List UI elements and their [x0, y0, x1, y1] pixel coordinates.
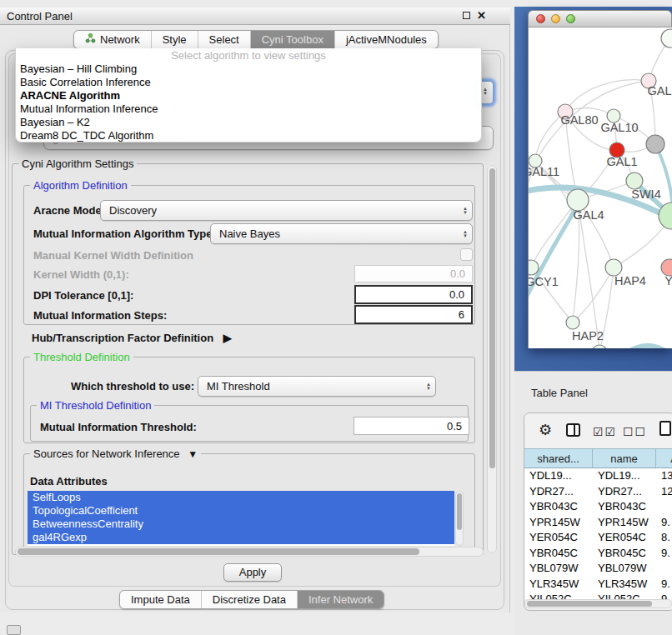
tab-cyni-toolbox[interactable]: Cyni Toolbox [250, 31, 334, 48]
tab-infer-network[interactable]: Infer Network [297, 591, 384, 608]
manual-kernel-checkbox[interactable] [460, 248, 473, 261]
settings-vertical-scrollbar[interactable] [487, 165, 497, 553]
kernel-width-field[interactable]: 0.0 [354, 265, 473, 282]
table-column-header[interactable]: shared... [524, 448, 593, 468]
aracne-mode-combo[interactable]: Discovery [100, 200, 473, 221]
table-cell: 9 [656, 592, 672, 599]
tab-discretize-data[interactable]: Discretize Data [201, 591, 297, 608]
collapsed-arrow-icon[interactable]: ▶ [223, 332, 232, 344]
table-row[interactable]: YBR045CYBR045C9. [524, 546, 672, 562]
mi-type-combo[interactable]: Naive Bayes [210, 223, 473, 244]
minimize-traffic-light[interactable] [551, 14, 560, 23]
select-all-icon[interactable]: ☑☑ [593, 425, 617, 438]
data-attribute-item[interactable]: TopologicalCoefficient [28, 504, 454, 518]
hub-section-label[interactable]: Hub/Transcription Factor Definition ▶ [32, 332, 232, 344]
table-column-header[interactable]: A [656, 448, 672, 468]
table-cell: YBR043C [593, 499, 656, 515]
table-cell: 9. [656, 577, 672, 592]
network-edge [624, 346, 672, 348]
algorithm-option-mutual-information-inference[interactable]: Mutual Information Inference [16, 102, 481, 116]
control-panel-title: Control Panel [7, 10, 73, 22]
algorithm-definition-title: Algorithm Definition [30, 179, 131, 192]
which-threshold-value: MI Threshold [207, 380, 270, 392]
tab-impute-data[interactable]: Impute Data [120, 591, 201, 608]
table-cell [656, 561, 672, 577]
file-icon[interactable] [659, 421, 671, 436]
network-node[interactable] [592, 345, 607, 348]
stepper-arrows-icon [463, 207, 472, 215]
table-rows: YDL19...YDL19...13YDR27...YDR27...12YBR0… [524, 468, 672, 599]
dpi-tolerance-field[interactable]: 0.0 [354, 285, 473, 304]
data-attribute-item[interactable]: BetweennessCentrality [28, 518, 454, 531]
table-cell: YBL079W [524, 561, 593, 577]
apply-button[interactable]: Apply [223, 563, 282, 582]
table-row[interactable]: YBL079WYBL079W [524, 561, 672, 577]
algorithm-option-bayesian-k2[interactable]: Bayesian – K2 [16, 116, 481, 129]
table-row[interactable]: YDL19...YDL19...13 [524, 468, 672, 484]
network-node-label: GAL4 [573, 208, 604, 222]
table-row[interactable]: YDR27...YDR27...12 [524, 484, 672, 500]
tab-label: Discretize Data [213, 591, 286, 608]
mi-type-value: Naive Bayes [219, 228, 280, 240]
mi-type-label: Mutual Information Algorithm Type: [33, 228, 216, 240]
data-attributes-list[interactable]: SelfLoopsTopologicalCoefficientBetweenne… [28, 491, 454, 546]
network-node-hap2[interactable] [566, 316, 579, 329]
network-window-titlebar[interactable] [528, 10, 672, 28]
deselect-all-icon[interactable]: ☐☐ [623, 425, 647, 438]
network-node-gcy1[interactable] [529, 260, 539, 275]
mi-threshold-value: 0.5 [447, 420, 462, 432]
gear-icon[interactable]: ⚙ [539, 421, 552, 439]
mi-steps-field[interactable]: 6 [354, 305, 473, 324]
hub-section-text: Hub/Transcription Factor Definition [32, 332, 213, 344]
network-node-label: HAP2 [572, 329, 604, 342]
columns-icon[interactable] [566, 423, 580, 437]
tab-jactivemnodules[interactable]: jActiveMNodules [334, 31, 438, 48]
data-attributes-label: Data Attributes [30, 475, 108, 488]
network-view-window[interactable]: GALGAL80GAL10GAL1GAL11SWI4GAL4HAP4YGCY1H… [528, 10, 672, 348]
network-canvas[interactable]: GALGAL80GAL10GAL1GAL11SWI4GAL4HAP4YGCY1H… [528, 28, 672, 348]
table-horizontal-scrollbar-thumb[interactable] [527, 601, 652, 607]
table-row[interactable]: YIL052CYIL052C9 [524, 592, 672, 599]
data-attribute-item[interactable]: SelfLoops [28, 491, 454, 504]
network-node-label: GAL1 [606, 155, 637, 168]
table-column-header[interactable]: name [593, 448, 656, 468]
settings-vertical-scrollbar-thumb[interactable] [489, 168, 495, 468]
tab-style[interactable]: Style [151, 31, 198, 48]
network-node-y[interactable] [661, 259, 672, 276]
algorithm-option-dream8-dc-tdc-algorithm[interactable]: Dream8 DC_TDC Algorithm [16, 129, 481, 142]
sources-horizontal-scrollbar[interactable] [15, 547, 484, 557]
screen: { "colors": { "desktop_blue": "#3E66A8",… [0, 0, 672, 635]
network-node[interactable] [646, 135, 664, 153]
close-panel-icon[interactable]: ✕ [477, 9, 486, 22]
mi-threshold-field[interactable]: 0.5 [354, 417, 469, 435]
tab-network[interactable]: Network [74, 31, 151, 48]
zoom-traffic-light[interactable] [566, 14, 575, 23]
tab-select[interactable]: Select [198, 31, 250, 48]
table-row[interactable]: YER054CYER054C8. [524, 530, 672, 546]
float-window-icon[interactable] [463, 12, 470, 19]
network-node-hap4[interactable] [605, 259, 622, 276]
data-attribute-item[interactable]: gal4RGexp [28, 531, 454, 544]
apply-button-label: Apply [239, 566, 267, 578]
algorithm-option-bayesian-hill-climbing[interactable]: Bayesian – Hill Climbing [16, 62, 481, 76]
kernel-width-value: 0.0 [450, 268, 465, 280]
sources-horizontal-scrollbar-thumb[interactable] [18, 548, 419, 555]
sources-list-scrollbar-thumb[interactable] [457, 493, 462, 530]
which-threshold-combo[interactable]: MI Threshold [198, 376, 436, 397]
close-traffic-light[interactable] [536, 14, 545, 23]
algorithm-option-aracne-algorithm[interactable]: ARACNE Algorithm [16, 89, 481, 102]
network-node-swi4[interactable] [626, 172, 643, 189]
table-row[interactable]: YBR043CYBR043C [524, 499, 672, 515]
table-horizontal-scrollbar[interactable] [524, 599, 672, 608]
table-row[interactable]: YLR345WYLR345W9. [524, 577, 672, 592]
control-panel-titlebar: Control Panel [0, 7, 510, 25]
sources-group-title[interactable]: Sources for Network Inference ▼ [30, 448, 201, 460]
minimized-panel-icon[interactable] [7, 625, 21, 635]
table-cell: YPR145W [593, 515, 656, 531]
table-cell: 9. [656, 515, 672, 531]
expanded-arrow-icon[interactable]: ▼ [188, 448, 198, 460]
table-row[interactable]: YPR145WYPR145W9. [524, 515, 672, 531]
algorithm-option-basic-correlation-inference[interactable]: Basic Correlation Inference [16, 76, 481, 89]
sources-list-scrollbar[interactable] [455, 491, 464, 546]
network-node[interactable] [661, 29, 672, 48]
